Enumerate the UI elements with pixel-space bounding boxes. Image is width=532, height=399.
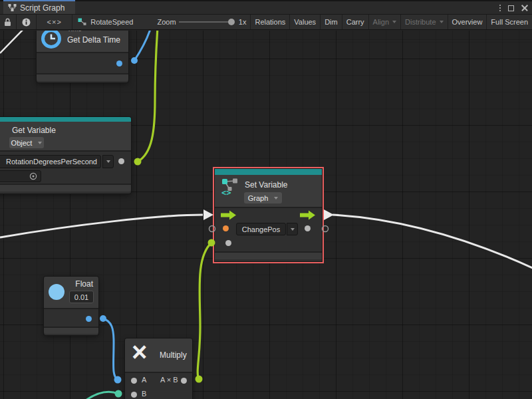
wire-endpoint-dot [134,158,142,166]
node-multiply[interactable]: × Multiply A A × B B [125,338,192,399]
node-title: Get Variable [12,126,56,135]
window-controls [499,1,528,15]
port-label-result: A × B [160,376,178,384]
svg-text:<>: <> [221,188,231,197]
wire-endpoint-dot [115,390,122,398]
toolbar-button-carry[interactable]: Carry [342,15,369,29]
port-label-a: A [142,376,146,384]
chevron-down-icon [392,21,396,23]
variable-name-dropdown-button[interactable] [102,155,114,168]
variable-name-dropdown-button[interactable] [287,223,298,235]
zoom-label: Zoom [153,15,177,29]
script-graph-asset-icon [78,18,86,26]
float-icon [48,283,65,301]
zoom-value: 1x [233,15,251,29]
node-float[interactable]: Float 0.01 [44,277,98,335]
zoom-slider-knob[interactable] [228,19,235,25]
selection-outline: <> Set Variable Graph C [213,167,324,263]
wire-float-to-multiply[interactable] [103,319,118,380]
wire-flow-topleft[interactable] [0,31,25,53]
node-title: Float [75,279,93,289]
node-set-variable[interactable]: <> Set Variable Graph C [215,169,322,261]
breadcrumb-label: RotateSpeed [90,18,133,26]
multiply-output-port[interactable] [181,378,187,384]
tab-title: Script Graph [20,3,65,13]
toolbar-button-overview[interactable]: Overview [448,15,487,29]
value-input-port[interactable] [225,240,231,246]
clock-icon [41,31,62,49]
variable-target-field[interactable]: This [0,170,41,182]
flow-output-port[interactable] [300,210,316,220]
chevron-down-icon [38,142,42,144]
wire-flow-in[interactable] [0,215,203,237]
tab-script-graph[interactable]: Script Graph [3,1,75,14]
wire-endpoint-dot [114,376,122,384]
chevron-down-icon [291,228,295,231]
chevron-down-icon [440,21,444,23]
wire-delta-time[interactable] [134,31,151,61]
toolbar-button-relations[interactable]: Relations [251,15,290,29]
variable-accent-bar [215,169,322,175]
variable-scope-dropdown[interactable]: Graph [244,192,282,203]
float-output-port[interactable] [86,316,92,322]
toolbar-button-distribute[interactable]: Distribute [401,15,448,29]
graph-canvas[interactable]: Time Get Delta Time Get Variable Object … [0,31,532,399]
delta-time-output-port[interactable] [116,61,122,66]
toolbar-button-values[interactable]: Values [290,15,321,29]
object-picker-icon[interactable] [29,172,37,180]
variable-value-output-port[interactable] [118,158,124,164]
wire-endpoint-dot [196,376,203,383]
wire-endpoint-dot [131,57,138,64]
info-icon [22,18,31,27]
flow-arrowhead [203,209,213,220]
float-value-input[interactable]: 0.01 [69,291,94,303]
flow-arrowhead [324,209,334,220]
chevron-down-icon [274,197,278,200]
toolbar-button-align[interactable]: Align [369,15,401,29]
chevron-down-icon [106,160,110,163]
variable-name-input-port[interactable] [223,225,229,231]
graph-icon [8,3,17,12]
wire-multiply-to-set-variable[interactable] [198,243,211,379]
variable-accent-bar [0,117,131,122]
node-get-delta-time[interactable]: Time Get Delta Time [37,31,128,82]
wire-flow-out[interactable] [332,215,532,268]
code-view-button[interactable]: <×> [37,15,72,29]
multiply-input-a-port[interactable] [131,378,137,384]
node-title: Set Variable [245,180,287,190]
close-icon[interactable] [521,5,528,11]
lock-button[interactable] [0,15,17,29]
script-graph-window: Script Graph <×> [0,0,532,399]
variable-name-field[interactable]: RotationDegreesPerSecond [0,155,101,168]
toolbar-button-dim[interactable]: Dim [321,15,342,29]
node-get-variable[interactable]: Get Variable Object RotationDegreesPerSe… [0,117,131,194]
toolbar-button-fullscreen[interactable]: Full Screen [487,15,532,29]
node-title: Get Delta Time [67,35,120,45]
code-view-icon: <×> [47,18,62,26]
window-menu-icon[interactable] [499,5,501,11]
node-title: Multiply [160,350,187,360]
multiply-input-b-port[interactable] [131,392,137,398]
set-variable-icon: <> [220,177,240,197]
wire-to-multiply-b[interactable] [84,392,118,399]
port-label-b: B [142,390,146,398]
maximize-icon[interactable] [508,5,514,11]
tab-bar: Script Graph [0,0,532,15]
zoom-slider[interactable] [179,21,232,23]
wire-endpoint-dot [100,315,106,322]
flow-input-port[interactable] [221,210,237,220]
multiply-icon: × [132,334,147,369]
graph-toolbar: <×> RotateSpeed Zoom 1x Relations Values… [0,15,532,30]
variable-scope-dropdown[interactable]: Object [9,137,44,148]
wire-get-variable[interactable] [138,31,158,162]
info-button[interactable] [17,15,37,29]
variable-value-output-port[interactable] [305,225,311,231]
breadcrumb[interactable]: RotateSpeed [72,15,138,29]
node-category: Time [67,31,82,33]
variable-name-field[interactable]: ChangePos [236,223,286,235]
lock-icon [4,18,11,27]
